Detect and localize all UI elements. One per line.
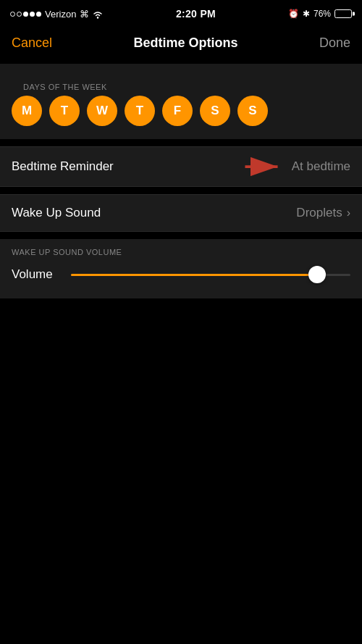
volume-section: WAKE UP SOUND VOLUME Volume [0,239,362,298]
wake-up-sound-value: Droplets [296,206,342,220]
days-row: MTWTFSS [12,96,350,126]
day-circle-3[interactable]: T [125,96,155,126]
separator-2 [0,187,362,194]
slider-fill [71,274,317,276]
bedtime-reminder-value: At bedtime [292,159,350,174]
bedtime-reminder-row[interactable]: Bedtime Reminder At bedtime [0,146,362,187]
svg-point-0 [97,17,98,18]
signal-dot-2 [17,12,22,17]
day-circle-0[interactable]: M [12,96,42,126]
chevron-right-icon: › [347,206,350,219]
wake-up-sound-row[interactable]: Wake Up Sound Droplets › [0,194,362,232]
carrier-label: Verizon [45,9,76,20]
day-circle-4[interactable]: F [162,96,193,126]
status-time: 2:20 PM [176,8,216,20]
signal-dot-4 [30,12,35,17]
days-section: DAYS OF THE WEEK MTWTFSS [0,64,362,139]
page-title: Bedtime Options [133,35,237,51]
volume-slider[interactable] [71,264,350,285]
bedtime-reminder-value-container: At bedtime [244,156,350,177]
signal-dot-1 [10,12,15,17]
volume-label: Volume [12,267,62,282]
wifi-icon: ⌘ [80,9,104,20]
bedtime-reminder-label: Bedtime Reminder [12,159,114,174]
slider-thumb[interactable] [308,266,326,283]
slider-track [71,274,350,276]
signal-dots [10,12,41,17]
signal-dot-5 [36,12,41,17]
status-left: Verizon ⌘ [10,9,104,20]
volume-section-label: WAKE UP SOUND VOLUME [12,248,350,256]
battery-icon [334,9,352,18]
cancel-button[interactable]: Cancel [12,35,52,51]
day-circle-5[interactable]: S [200,96,230,126]
separator-1 [0,139,362,146]
wake-up-sound-value-container: Droplets › [296,206,350,220]
day-circle-2[interactable]: W [87,96,117,126]
signal-dot-3 [23,12,28,17]
bluetooth-icon: ✱ [303,9,310,19]
day-circle-1[interactable]: T [49,96,80,126]
battery-percent: 76% [313,9,331,19]
status-right: ⏰ ✱ 76% [288,9,352,19]
status-bar: Verizon ⌘ 2:20 PM ⏰ ✱ 76% [0,0,362,26]
done-button[interactable]: Done [319,35,350,51]
days-section-label: DAYS OF THE WEEK [12,74,350,96]
alarm-icon: ⏰ [288,9,299,19]
wake-up-sound-label: Wake Up Sound [12,206,101,220]
separator-3 [0,232,362,239]
nav-bar: Cancel Bedtime Options Done [0,26,362,64]
day-circle-6[interactable]: S [237,96,268,126]
red-arrow-icon [244,156,287,177]
volume-row: Volume [12,264,350,285]
